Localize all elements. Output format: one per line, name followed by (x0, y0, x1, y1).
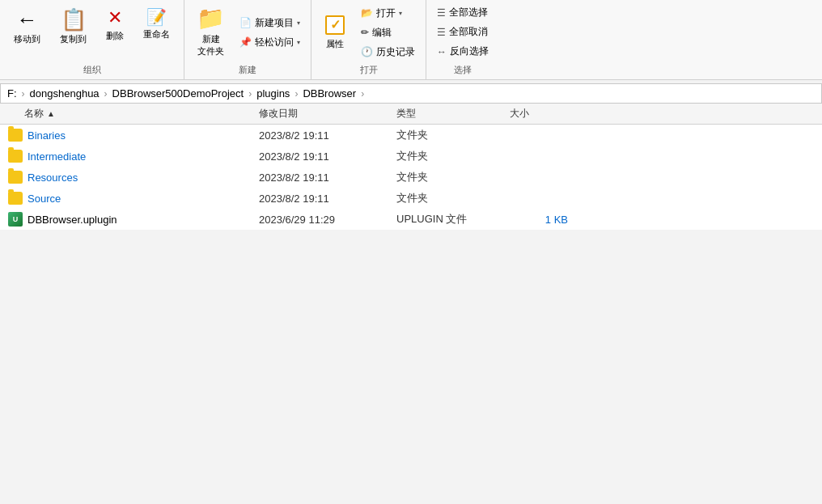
new-item-icon: 📄 (239, 17, 252, 28)
open-file-button[interactable]: 📂 打开 ▾ (355, 4, 421, 23)
copyto-label: 复制到 (60, 33, 87, 45)
new-folder-button[interactable]: 📁 新建 文件夹 (189, 3, 232, 61)
new-folder-label: 新建 文件夹 (197, 33, 224, 57)
edit-button[interactable]: ✏ 编辑 (355, 23, 421, 42)
folder-icon (8, 150, 23, 163)
toolbar: ← 移动到 📋 复制到 ✕ 删除 📝 重命名 组织 📁 新建 文件夹 (0, 0, 822, 80)
edit-label: 编辑 (372, 26, 392, 40)
select-group-label: 选择 (431, 61, 494, 79)
row-type-source: 文件夹 (396, 191, 510, 205)
breadcrumb-sep-3: › (294, 88, 298, 100)
easy-access-icon: 📌 (239, 36, 252, 48)
row-name-binaries: Binaries (0, 129, 259, 142)
sort-icon: ▲ (47, 109, 55, 118)
select-all-icon: ☰ (437, 7, 446, 19)
row-name-intermediate: Intermediate (0, 150, 259, 163)
row-name-source: Source (0, 192, 259, 205)
row-type-resources: 文件夹 (396, 170, 510, 184)
row-date-binaries: 2023/8/2 19:11 (259, 129, 396, 142)
rename-button[interactable]: 📝 重命名 (134, 3, 179, 46)
breadcrumb-sep-4: › (361, 88, 364, 100)
select-all-button[interactable]: ☰ 全部选择 (431, 3, 494, 22)
select-none-button[interactable]: ☰ 全部取消 (431, 23, 494, 41)
folder-icon (8, 192, 23, 205)
file-name: DBBrowser.uplugin (28, 214, 117, 226)
easy-access-dropdown-icon: ▾ (297, 39, 300, 46)
copyto-button[interactable]: 📋 复制到 (51, 3, 95, 51)
select-none-label: 全部取消 (449, 25, 488, 39)
toolbar-group-organize: ← 移动到 📋 复制到 ✕ 删除 📝 重命名 组织 (0, 0, 184, 79)
toolbar-group-new: 📁 新建 文件夹 📄 新建项目 ▾ 📌 轻松访问 ▾ 新建 (184, 0, 311, 79)
moveto-button[interactable]: ← 移动到 (5, 3, 49, 51)
file-name: Intermediate (28, 150, 86, 163)
folder-icon (8, 129, 23, 142)
row-size-uplugin: 1 KB (510, 214, 574, 226)
copyto-icon: 📋 (61, 9, 87, 30)
history-button[interactable]: 🕐 历史记录 (355, 43, 421, 61)
easy-access-button[interactable]: 📌 轻松访问 ▾ (234, 33, 306, 52)
row-type-binaries: 文件夹 (396, 128, 510, 142)
row-date-uplugin: 2023/6/29 11:29 (259, 214, 396, 226)
open-dropdown-icon: ▾ (399, 10, 402, 17)
table-row[interactable]: Resources 2023/8/2 19:11 文件夹 (0, 167, 822, 188)
row-date-intermediate: 2023/8/2 19:11 (259, 150, 396, 163)
delete-button[interactable]: ✕ 删除 (97, 3, 133, 48)
history-label: 历史记录 (376, 45, 415, 59)
table-row[interactable]: U DBBrowser.uplugin 2023/6/29 11:29 UPLU… (0, 209, 822, 230)
properties-label: 属性 (326, 38, 344, 50)
properties-icon: ✓ (325, 15, 345, 35)
rename-icon: 📝 (146, 9, 167, 25)
select-buttons: ☰ 全部选择 ☰ 全部取消 ↔ 反向选择 (431, 3, 494, 61)
breadcrumb-sep-2: › (248, 88, 252, 100)
delete-icon: ✕ (108, 9, 122, 27)
open-small-buttons: 📂 打开 ▾ ✏ 编辑 🕐 历史记录 (355, 4, 421, 61)
new-folder-icon: 📁 (197, 7, 225, 30)
new-small-buttons: 📄 新建项目 ▾ 📌 轻松访问 ▾ (234, 14, 306, 52)
table-row[interactable]: Source 2023/8/2 19:11 文件夹 (0, 188, 822, 209)
file-name: Resources (28, 172, 78, 184)
invert-button[interactable]: ↔ 反向选择 (431, 42, 494, 61)
folder-icon (8, 171, 23, 184)
breadcrumb: F: › dongshenghua › DBBrowser500DemoProj… (0, 83, 822, 104)
edit-icon: ✏ (361, 27, 369, 38)
open-file-label: 打开 (376, 6, 396, 20)
select-none-icon: ☰ (437, 27, 446, 38)
toolbar-group-open: ✓ 属性 📂 打开 ▾ ✏ 编辑 🕐 历史记录 打开 (311, 0, 426, 79)
file-name: Binaries (28, 129, 66, 142)
header-name[interactable]: 名称 ▲ (0, 107, 259, 121)
rename-label: 重命名 (143, 28, 170, 40)
breadcrumb-item-project[interactable]: DBBrowser500DemoProject (112, 87, 244, 100)
delete-label: 删除 (106, 30, 124, 42)
history-icon: 🕐 (361, 46, 373, 57)
breadcrumb-item-plugins[interactable]: plugins (256, 87, 290, 100)
filelist-header: 名称 ▲ 修改日期 类型 大小 (0, 104, 822, 125)
open-group-label: 打开 (316, 61, 421, 79)
row-type-uplugin: UPLUGIN 文件 (396, 212, 510, 227)
new-group-label: 新建 (189, 61, 306, 79)
row-name-resources: Resources (0, 171, 259, 184)
moveto-icon: ← (17, 9, 38, 30)
row-type-intermediate: 文件夹 (396, 149, 510, 163)
breadcrumb-item-drive[interactable]: F: (7, 87, 17, 100)
new-item-label: 新建项目 (255, 16, 294, 30)
header-size[interactable]: 大小 (510, 107, 574, 121)
header-date[interactable]: 修改日期 (259, 107, 396, 121)
table-row[interactable]: Intermediate 2023/8/2 19:11 文件夹 (0, 146, 822, 167)
breadcrumb-item-dongshenghua[interactable]: dongshenghua (30, 87, 100, 100)
row-date-source: 2023/8/2 19:11 (259, 193, 396, 205)
properties-button[interactable]: ✓ 属性 (316, 11, 354, 54)
file-list: 名称 ▲ 修改日期 类型 大小 Binaries 2023/8/2 19:11 … (0, 104, 822, 230)
new-item-dropdown-icon: ▾ (297, 19, 300, 27)
invert-icon: ↔ (437, 46, 447, 57)
table-row[interactable]: Binaries 2023/8/2 19:11 文件夹 (0, 125, 822, 146)
breadcrumb-item-dbbrowser[interactable]: DBBrowser (303, 87, 356, 100)
select-all-label: 全部选择 (449, 6, 488, 19)
row-date-resources: 2023/8/2 19:11 (259, 172, 396, 184)
breadcrumb-sep-0: › (22, 88, 25, 100)
invert-label: 反向选择 (450, 44, 489, 58)
file-name: Source (28, 193, 61, 205)
header-type[interactable]: 类型 (396, 107, 510, 121)
new-item-button[interactable]: 📄 新建项目 ▾ (234, 14, 306, 32)
breadcrumb-sep-1: › (104, 88, 108, 100)
toolbar-group-select: ☰ 全部选择 ☰ 全部取消 ↔ 反向选择 选择 (426, 0, 499, 79)
